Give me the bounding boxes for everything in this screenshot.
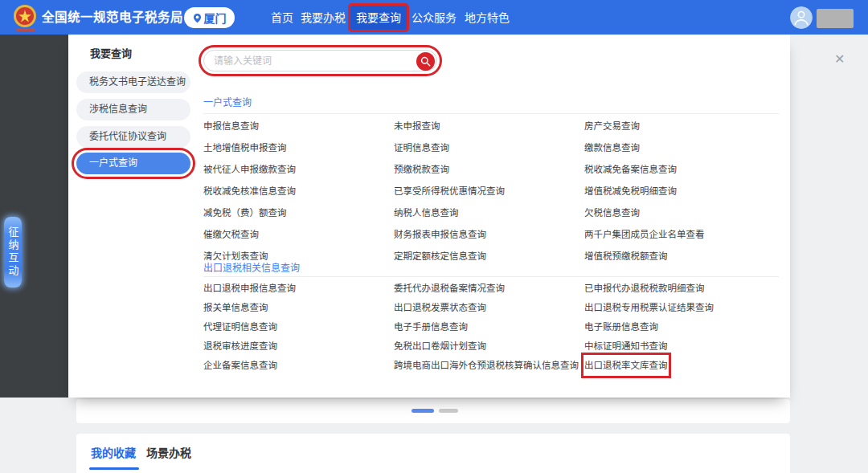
section-title: 出口退税相关信息查询 bbox=[203, 260, 300, 274]
overlay-dim-strip bbox=[0, 35, 68, 398]
query-link[interactable]: 税收减免核准信息查询 bbox=[203, 181, 296, 202]
query-link[interactable]: 退税审核进度查询 bbox=[203, 336, 277, 356]
query-link[interactable]: 减免税（费）额查询 bbox=[203, 202, 287, 224]
carousel-pager bbox=[76, 399, 790, 423]
sidebar-item-document-edelivery-query[interactable]: 税务文书电子送达查询 bbox=[76, 71, 190, 93]
nav-item-public-service[interactable]: 公众服务 bbox=[406, 6, 462, 30]
search-input[interactable] bbox=[204, 51, 436, 71]
query-link[interactable]: 报关单信息查询 bbox=[203, 298, 268, 317]
query-link[interactable]: 催缴欠税查询 bbox=[203, 224, 259, 246]
search-button[interactable] bbox=[416, 52, 435, 71]
query-link[interactable]: 两千户集团成员企业名单查看 bbox=[584, 224, 705, 246]
query-link[interactable]: 出口退税率文库查询 bbox=[584, 356, 668, 375]
query-link[interactable]: 代理证明信息查询 bbox=[203, 317, 277, 336]
favorites-section: 我的收藏 场景办税 bbox=[76, 434, 790, 473]
sidebar-title: 我要查询 bbox=[90, 45, 132, 60]
sidebar-item-one-account-query[interactable]: 一户式查询 bbox=[76, 153, 190, 174]
close-icon[interactable]: ✕ bbox=[834, 51, 845, 67]
query-link[interactable]: 定期定额核定信息查询 bbox=[394, 246, 486, 267]
query-link[interactable]: 增值税减免税明细查询 bbox=[584, 181, 677, 202]
query-link[interactable]: 未申报查询 bbox=[394, 116, 440, 137]
section-title: 一户式查询 bbox=[203, 95, 252, 108]
section-divider bbox=[203, 113, 779, 114]
search-icon bbox=[420, 56, 431, 67]
query-link[interactable]: 电子手册信息查询 bbox=[394, 317, 468, 336]
query-link[interactable]: 证明信息查询 bbox=[394, 137, 449, 159]
query-link[interactable]: 财务报表申报信息查询 bbox=[394, 224, 486, 246]
link-column: 已申报代办退税税款明细查询出口退税专用税票认证结果查询电子账册信息查询中标证明通… bbox=[584, 279, 714, 375]
link-column: 申报信息查询土地增值税申报查询被代征人申报缴款查询税收减免核准信息查询减免税（费… bbox=[203, 116, 296, 267]
query-link[interactable]: 跨境电商出口海外仓预退税核算确认信息查询 bbox=[394, 356, 579, 375]
query-link[interactable]: 出口退税发票状态查询 bbox=[394, 298, 486, 317]
top-header: 全国统一规范电子税务局 厦门 首页我要办税我要查询公众服务地方特色 bbox=[0, 0, 868, 35]
query-link[interactable]: 出口退税申报信息查询 bbox=[203, 279, 296, 298]
nav-item-local-features[interactable]: 地方特色 bbox=[459, 6, 515, 30]
interaction-floating-tab[interactable]: 征纳互动 bbox=[4, 217, 22, 287]
query-link[interactable]: 免税出口卷烟计划查询 bbox=[394, 336, 486, 356]
query-link[interactable]: 纳税人信息查询 bbox=[394, 202, 459, 224]
query-link[interactable]: 房产交易查询 bbox=[584, 116, 640, 137]
link-column: 未申报查询证明信息查询预缴税款查询已享受所得税优惠情况查询纳税人信息查询财务报表… bbox=[394, 116, 505, 267]
active-tab-underline bbox=[89, 467, 139, 470]
query-link[interactable]: 税收减免备案信息查询 bbox=[584, 159, 677, 181]
nav-item-do-tax[interactable]: 我要办税 bbox=[295, 6, 351, 30]
pager-dot-inactive[interactable] bbox=[439, 409, 458, 413]
sidebar-item-entrusted-collection-agreement-query[interactable]: 委托代征协议查询 bbox=[76, 126, 190, 148]
nav-item-query[interactable]: 我要查询 bbox=[350, 6, 407, 30]
query-link[interactable]: 申报信息查询 bbox=[203, 116, 259, 137]
query-link[interactable]: 企业备案信息查询 bbox=[203, 356, 277, 375]
tab-scenario-tax[interactable]: 场景办税 bbox=[146, 444, 191, 460]
sidebar-item-tax-related-info-query[interactable]: 涉税信息查询 bbox=[76, 99, 190, 120]
query-link[interactable]: 出口退税专用税票认证结果查询 bbox=[584, 298, 714, 317]
query-link[interactable]: 缴款信息查询 bbox=[584, 137, 640, 159]
query-link[interactable]: 中标证明通知书查询 bbox=[584, 336, 668, 356]
link-column: 出口退税申报信息查询报关单信息查询代理证明信息查询退税审核进度查询企业备案信息查… bbox=[203, 279, 296, 375]
app-screen: 全国统一规范电子税务局 厦门 首页我要办税我要查询公众服务地方特色 ✕ 我要查询… bbox=[0, 0, 868, 473]
nav-item-home[interactable]: 首页 bbox=[265, 6, 299, 30]
search-bar bbox=[203, 50, 437, 71]
link-column: 房产交易查询缴款信息查询税收减免备案信息查询增值税减免税明细查询欠税信息查询两千… bbox=[584, 116, 705, 267]
query-link[interactable]: 预缴税款查询 bbox=[394, 159, 449, 181]
query-link[interactable]: 已享受所得税优惠情况查询 bbox=[394, 181, 505, 202]
query-link[interactable]: 增值税预缴税额查询 bbox=[584, 246, 668, 267]
query-dropdown-panel: 我要查询 税务文书电子送达查询涉税信息查询委托代征协议查询一户式查询 一户式查询… bbox=[68, 35, 790, 398]
top-nav: 首页我要办税我要查询公众服务地方特色 bbox=[0, 0, 868, 35]
username-redacted bbox=[817, 9, 854, 28]
section-divider bbox=[203, 276, 779, 277]
query-link[interactable]: 土地增值税申报查询 bbox=[203, 137, 287, 159]
query-link[interactable]: 已申报代办退税税款明细查询 bbox=[584, 279, 705, 298]
query-link[interactable]: 被代征人申报缴款查询 bbox=[203, 159, 296, 181]
query-link[interactable]: 欠税信息查询 bbox=[584, 202, 640, 224]
pager-dot-active[interactable] bbox=[411, 409, 434, 413]
link-column: 委托代办退税备案情况查询出口退税发票状态查询电子手册信息查询免税出口卷烟计划查询… bbox=[394, 279, 579, 375]
tab-my-favorites[interactable]: 我的收藏 bbox=[91, 444, 136, 460]
query-link[interactable]: 电子账册信息查询 bbox=[584, 317, 658, 336]
query-link[interactable]: 委托代办退税备案情况查询 bbox=[394, 279, 505, 298]
user-avatar[interactable] bbox=[790, 6, 813, 29]
